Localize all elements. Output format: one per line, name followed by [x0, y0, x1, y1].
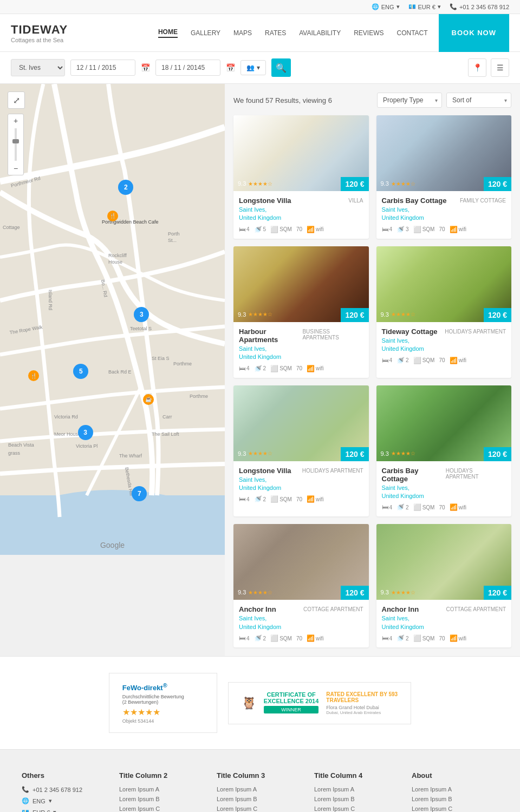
property-card[interactable]: 9.3 ★★★★☆ 120 € Anchor Inn COTTAGE APART… — [233, 524, 369, 647]
card-rating: 9.3 ★★★★☆ — [238, 450, 272, 457]
nav-contact[interactable]: CONTACT — [397, 29, 428, 37]
card-amenities: 🛏 4 🚿 2 ⬜ SQM 70 📶 wifi — [382, 634, 506, 642]
zoom-out-button[interactable]: − — [8, 162, 23, 175]
guests-select[interactable]: 👥 ▾ — [240, 60, 266, 75]
top-bar: 🌐 ENG ▾ 💶 EUR € ▾ 📞 +01 2 345 678 912 — [0, 0, 520, 14]
map-pin-7[interactable]: 7 — [132, 486, 147, 501]
property-type-select[interactable]: Property Type — [377, 93, 442, 108]
footer-col4-link-a[interactable]: Lorem Ipsum A — [314, 786, 401, 793]
card-location[interactable]: Saint Ives,United Kingdom — [239, 614, 363, 631]
nav-availability[interactable]: AVAILABILITY — [299, 29, 341, 37]
main-content: Porthmeor Rd Island Rd Bo... Rd The Rope… — [0, 84, 520, 656]
footer-lang-selector[interactable]: 🌐 ENG ▾ — [22, 797, 108, 804]
footer-col3-link-b[interactable]: Lorem Ipsum B — [217, 796, 303, 802]
footer-about-link-b[interactable]: Lorem Ipsum B — [412, 796, 498, 802]
property-card[interactable]: 9.3 ★★★★☆ 120 € Carbis Bay Cottage FAMIL… — [376, 115, 512, 239]
map-pin-5[interactable]: 5 — [73, 364, 88, 379]
rating-stars: ★★★★☆ — [248, 450, 272, 456]
property-card[interactable]: 9.3 ★★★★☆ 120 € Carbis Bay Cottage HOLID… — [376, 385, 512, 517]
card-body: Tideway Cottage HOLIDAYS APARTMENT Saint… — [376, 322, 512, 370]
map-expand-button[interactable]: ⤢ — [8, 91, 25, 109]
bed-count: 4 — [389, 505, 393, 510]
property-card[interactable]: 9.3 ★★★★☆ 120 € Harbour Apartments BUSIN… — [233, 246, 369, 378]
property-card[interactable]: 9.3 ★★★★☆ 120 € Tideway Cottage HOLIDAYS… — [376, 246, 512, 378]
map-zoom-control: + − — [8, 114, 24, 175]
zoom-slider[interactable] — [15, 128, 17, 161]
property-card[interactable]: 9.3 ★★★★☆ 120 € Longstone Villa VILLA Sa… — [233, 115, 369, 239]
nav-maps[interactable]: MAPS — [233, 29, 252, 37]
map-pin-3a[interactable]: 3 — [134, 307, 149, 322]
card-image: 9.3 ★★★★☆ 120 € — [376, 246, 512, 322]
nav-home[interactable]: HOME — [158, 28, 178, 38]
globe-icon-footer: 🌐 — [22, 797, 29, 804]
calendar2-icon: 📅 — [226, 63, 235, 72]
nav-gallery[interactable]: GALLERY — [191, 29, 220, 37]
bath-icon: 🚿 — [396, 226, 405, 233]
search-button[interactable]: 🔍 — [271, 58, 291, 77]
checkout-input[interactable] — [155, 60, 220, 76]
card-location[interactable]: Saint Ives,United Kingdom — [239, 345, 363, 362]
sqm-value: SQM — [422, 226, 435, 232]
rating-value: 9.3 — [238, 180, 246, 187]
card-location[interactable]: Saint Ives,United Kingdom — [382, 337, 506, 353]
card-location[interactable]: Saint Ives,United Kingdom — [382, 206, 506, 222]
footer-col4-link-b[interactable]: Lorem Ipsum B — [314, 796, 401, 802]
map-pin-3b[interactable]: 3 — [78, 425, 93, 440]
size-icon: ⬜ — [413, 503, 421, 511]
map-food-pin-2[interactable]: 🍴 — [28, 370, 39, 381]
map-food-pin-1[interactable]: 🍴 — [107, 211, 118, 221]
map-food-pin-3[interactable]: ☕ — [143, 394, 154, 405]
map-pin-2[interactable]: 2 — [118, 180, 133, 195]
baths-amenity: 🚿 2 — [254, 365, 266, 372]
bed-icon: 🛏 — [239, 365, 245, 372]
wifi-label: wifi — [316, 365, 323, 371]
location-select[interactable]: St. Ives — [11, 59, 65, 76]
map-view-button[interactable]: 📍 — [468, 58, 486, 77]
svg-rect-0 — [0, 84, 225, 555]
svg-text:Island Rd: Island Rd — [48, 290, 53, 310]
size-icon: ⬜ — [413, 634, 421, 642]
footer-col3-link-a[interactable]: Lorem Ipsum A — [217, 786, 303, 793]
footer-col2-link-a[interactable]: Lorem Ipsum A — [119, 786, 206, 793]
main-nav: HOME GALLERY MAPS RATES AVAILABILITY REV… — [158, 28, 428, 38]
sort-select[interactable]: Sort of — [446, 93, 511, 108]
wifi-icon: 📶 — [450, 357, 458, 364]
results-section: We found 57 Results, viewing 6 Property … — [225, 84, 520, 656]
bed-count: 4 — [389, 636, 393, 641]
footer-about-link-c[interactable]: Lorem Ipsum C — [412, 806, 498, 812]
size-icon: ⬜ — [270, 495, 278, 503]
book-now-button[interactable]: BOOK NOW — [439, 14, 509, 52]
footer-about-link-a[interactable]: Lorem Ipsum A — [412, 786, 498, 793]
nav-rates[interactable]: RATES — [265, 29, 286, 37]
language-selector[interactable]: 🌐 ENG ▾ — [372, 3, 400, 10]
footer-phone[interactable]: 📞 +01 2 345 678 912 — [22, 786, 108, 793]
checkin-input[interactable] — [70, 60, 135, 76]
card-location[interactable]: Saint Ives,United Kingdom — [382, 484, 506, 501]
beds-amenity: 🛏 4 — [239, 495, 250, 503]
lang-chevron-footer: ▾ — [49, 797, 52, 804]
sqm-value: SQM — [422, 636, 435, 641]
list-view-button[interactable]: ☰ — [491, 58, 509, 77]
footer-col4-link-c[interactable]: Lorem Ipsum C — [314, 806, 401, 812]
card-location[interactable]: Saint Ives,United Kingdom — [239, 206, 363, 222]
footer-col-2-title: Title Column 2 — [119, 771, 206, 780]
rating-value: 9.3 — [238, 311, 246, 318]
wifi-amenity: 📶 wifi — [450, 503, 466, 511]
footer-columns: Others 📞 +01 2 345 678 912 🌐 ENG ▾ 💶 EUR… — [22, 771, 498, 812]
footer-col3-link-c[interactable]: Lorem Ipsum C — [217, 806, 303, 812]
card-title: Longstone Villa — [239, 197, 291, 205]
currency-chevron: ▾ — [438, 3, 441, 10]
brand-name: TIDEWAY — [11, 23, 68, 37]
footer-col2-link-b[interactable]: Lorem Ipsum B — [119, 796, 206, 802]
property-card[interactable]: 9.3 ★★★★☆ 120 € Longstone Villa HOLIDAYS… — [233, 385, 369, 517]
property-card[interactable]: 9.3 ★★★★☆ 120 € Anchor Inn COTTAGE APART… — [376, 524, 512, 647]
bed-icon: 🛏 — [382, 634, 388, 642]
card-location[interactable]: Saint Ives,United Kingdom — [239, 476, 363, 493]
currency-selector[interactable]: 💶 EUR € ▾ — [408, 3, 441, 10]
bath-count: 2 — [406, 505, 409, 510]
nav-reviews[interactable]: REVIEWS — [354, 29, 384, 37]
footer-col2-link-c[interactable]: Lorem Ipsum C — [119, 806, 206, 812]
footer-currency-selector[interactable]: 💶 EUR € ▾ — [22, 809, 108, 812]
zoom-in-button[interactable]: + — [8, 114, 23, 127]
card-location[interactable]: Saint Ives,United Kingdom — [382, 614, 506, 631]
